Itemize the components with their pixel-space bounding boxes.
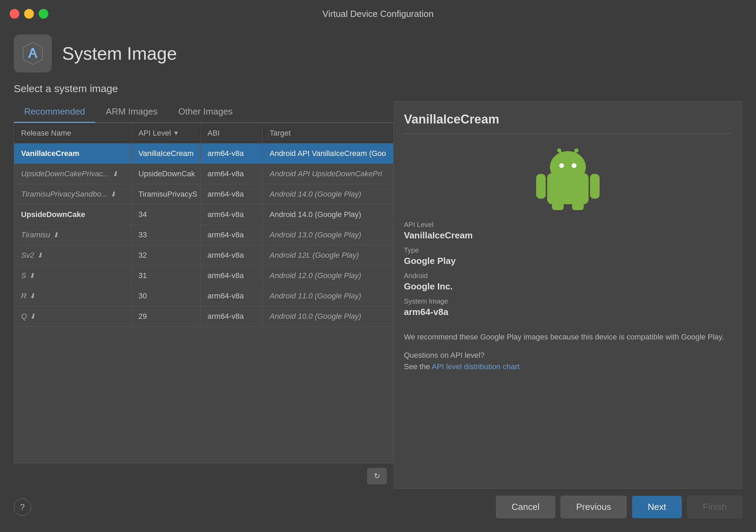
cell-abi: arm64-v8a xyxy=(201,286,263,306)
download-icon[interactable]: ⬇ xyxy=(53,231,59,239)
refresh-button[interactable]: ↻ xyxy=(367,468,387,484)
cancel-button[interactable]: Cancel xyxy=(496,496,555,518)
cell-abi: arm64-v8a xyxy=(201,205,263,225)
svg-point-3 xyxy=(28,56,30,58)
android-studio-logo: A xyxy=(19,40,47,67)
tab-other-images[interactable]: Other Images xyxy=(168,101,243,123)
maximize-button[interactable] xyxy=(39,9,48,19)
window-controls xyxy=(10,9,48,19)
help-button[interactable]: ? xyxy=(14,499,31,516)
cell-api-level: VanillaIceCream xyxy=(132,144,201,164)
cell-abi: arm64-v8a xyxy=(201,144,263,164)
col-abi: ABI xyxy=(201,123,263,143)
cell-release-name: Q ⬇ xyxy=(14,306,132,326)
col-release-name: Release Name xyxy=(14,123,132,143)
cell-target: Android 14.0 (Google Play) xyxy=(263,205,393,225)
download-icon[interactable]: ⬇ xyxy=(110,190,116,198)
download-icon[interactable]: ⬇ xyxy=(29,292,35,300)
android-robot-icon xyxy=(533,142,602,211)
cell-api-level: 29 xyxy=(132,306,201,326)
cell-abi: arm64-v8a xyxy=(201,266,263,286)
table-row[interactable]: VanillaIceCream VanillaIceCream arm64-v8… xyxy=(14,144,393,164)
col-api-level[interactable]: API Level ▼ xyxy=(132,123,201,143)
download-icon[interactable]: ⬇ xyxy=(112,170,118,178)
left-panel: Recommended ARM Images Other Images Rele… xyxy=(14,101,394,489)
cell-release-name: S ⬇ xyxy=(14,266,132,286)
tab-bar: Recommended ARM Images Other Images xyxy=(14,101,394,123)
cell-api-level: 30 xyxy=(132,286,201,306)
svg-point-7 xyxy=(559,163,564,168)
table-row[interactable]: Q ⬇ 29 arm64-v8a Android 10.0 (Google Pl… xyxy=(14,306,393,327)
svg-rect-15 xyxy=(552,203,564,210)
table-row[interactable]: Tiramisu ⬇ 33 arm64-v8a Android 13.0 (Go… xyxy=(14,225,393,245)
svg-rect-16 xyxy=(572,203,584,210)
svg-point-4 xyxy=(35,56,37,58)
api-level-value: VanillaIceCream xyxy=(404,230,731,241)
download-icon[interactable]: ⬇ xyxy=(29,272,35,280)
cell-api-level: 32 xyxy=(132,245,201,265)
bottom-bar: ? Cancel Previous Next Finish xyxy=(14,489,742,518)
table-body: VanillaIceCream VanillaIceCream arm64-v8… xyxy=(14,144,393,463)
close-button[interactable] xyxy=(10,9,19,19)
cell-abi: arm64-v8a xyxy=(201,306,263,326)
android-value: Google Inc. xyxy=(404,281,731,292)
android-label: Android xyxy=(404,272,731,280)
cell-abi: arm64-v8a xyxy=(201,225,263,245)
system-image-value: arm64-v8a xyxy=(404,307,731,317)
table-row[interactable]: TiramisuPrivacySandbo... ⬇ TiramisuPriva… xyxy=(14,184,393,205)
cell-abi: arm64-v8a xyxy=(201,184,263,204)
table-footer: ↻ xyxy=(14,463,394,489)
main-window: A System Image Select a system image Rec… xyxy=(0,28,756,532)
download-icon[interactable]: ⬇ xyxy=(30,312,36,321)
header: A System Image xyxy=(14,28,742,83)
svg-point-10 xyxy=(557,148,561,152)
minimize-button[interactable] xyxy=(24,9,34,19)
cell-release-name: VanillaIceCream xyxy=(14,144,132,164)
right-panel: VanillaIceCream xyxy=(394,101,742,489)
type-value: Google Play xyxy=(404,256,731,266)
svg-rect-14 xyxy=(590,174,600,199)
finish-button: Finish xyxy=(687,496,742,518)
cell-release-name: TiramisuPrivacySandbo... ⬇ xyxy=(14,184,132,204)
cell-api-level: 33 xyxy=(132,225,201,245)
cell-release-name: UpsideDownCakePrivac... ⬇ xyxy=(14,164,132,184)
cell-release-name: R ⬇ xyxy=(14,286,132,306)
svg-rect-13 xyxy=(536,174,546,199)
table-row[interactable]: UpsideDownCake 34 arm64-v8a Android 14.0… xyxy=(14,205,393,225)
type-label: Type xyxy=(404,246,731,254)
table-row[interactable]: UpsideDownCakePrivac... ⬇ UpsideDownCak … xyxy=(14,164,393,184)
download-icon[interactable]: ⬇ xyxy=(37,251,43,259)
cell-api-level: UpsideDownCak xyxy=(132,164,201,184)
cell-release-name: Tiramisu ⬇ xyxy=(14,225,132,245)
app-icon: A xyxy=(14,35,52,72)
cell-api-level: 34 xyxy=(132,205,201,225)
cell-target: Android 13.0 (Google Play) xyxy=(263,225,393,245)
table-row[interactable]: S ⬇ 31 arm64-v8a Android 12.0 (Google Pl… xyxy=(14,266,393,286)
page-title: System Image xyxy=(62,43,177,64)
svg-point-2 xyxy=(32,49,34,51)
tab-arm-images[interactable]: ARM Images xyxy=(95,101,168,123)
cell-target: Android 11.0 (Google Play) xyxy=(263,286,393,306)
api-level-distribution-link[interactable]: API level distribution chart xyxy=(432,362,520,371)
cell-abi: arm64-v8a xyxy=(201,245,263,265)
next-button[interactable]: Next xyxy=(632,496,681,518)
svg-point-8 xyxy=(572,163,576,168)
tab-recommended[interactable]: Recommended xyxy=(14,101,95,123)
recommendation-text: We recommend these Google Play images be… xyxy=(404,331,731,343)
table-row[interactable]: R ⬇ 30 arm64-v8a Android 11.0 (Google Pl… xyxy=(14,286,393,306)
cell-abi: arm64-v8a xyxy=(201,164,263,184)
previous-button[interactable]: Previous xyxy=(561,496,627,518)
android-section: Android Google Inc. xyxy=(404,272,731,292)
android-mascot xyxy=(404,142,731,211)
sort-icon: ▼ xyxy=(173,130,179,137)
title-bar: Virtual Device Configuration xyxy=(0,0,756,28)
col-target: Target xyxy=(263,123,393,143)
table-header: Release Name API Level ▼ ABI Target xyxy=(14,123,393,144)
selected-image-title: VanillaIceCream xyxy=(404,112,731,134)
table-row[interactable]: Sv2 ⬇ 32 arm64-v8a Android 12L (Google P… xyxy=(14,245,393,266)
cell-target: Android 14.0 (Google Play) xyxy=(263,184,393,204)
cell-target: Android 12L (Google Play) xyxy=(263,245,393,265)
system-image-label: System Image xyxy=(404,297,731,305)
system-image-section: System Image arm64-v8a xyxy=(404,297,731,317)
api-level-section: API Level VanillaIceCream xyxy=(404,221,731,241)
